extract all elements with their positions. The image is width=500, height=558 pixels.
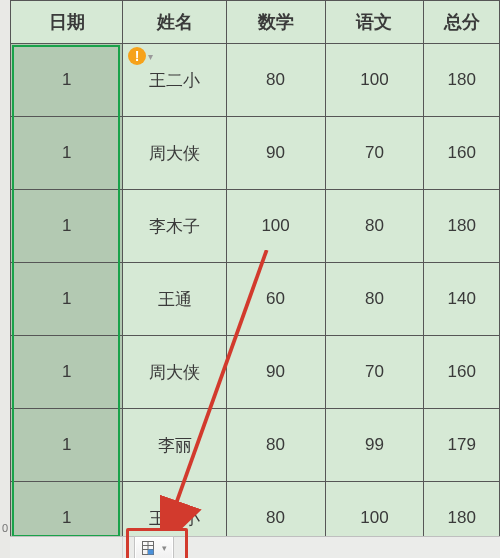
cell-date[interactable]: 1	[11, 409, 123, 482]
table-header-row: 日期 姓名 数学 语文 总分	[11, 1, 500, 44]
spreadsheet-table[interactable]: 日期 姓名 数学 语文 总分 1 王二小 80 100 180 1 周大侠 90…	[10, 0, 500, 555]
cell-name[interactable]: 周大侠	[123, 117, 226, 190]
cell-name[interactable]: 王通	[123, 263, 226, 336]
cell-chinese[interactable]: 80	[325, 190, 424, 263]
cell-chinese[interactable]: 70	[325, 336, 424, 409]
cell-date[interactable]: 1	[11, 190, 123, 263]
cell-math[interactable]: 90	[226, 117, 325, 190]
cell-total[interactable]: 160	[424, 117, 500, 190]
table-row: 1 王通 60 80 140	[11, 263, 500, 336]
cell-total[interactable]: 160	[424, 336, 500, 409]
svg-rect-4	[148, 550, 154, 555]
col-header-date[interactable]: 日期	[11, 1, 123, 44]
cell-name[interactable]: 李木子	[123, 190, 226, 263]
cell-chinese[interactable]: 80	[325, 263, 424, 336]
cell-date[interactable]: 1	[11, 263, 123, 336]
empty-row[interactable]	[10, 536, 500, 558]
cell-total[interactable]: 180	[424, 44, 500, 117]
table-row: 1 李丽 80 99 179	[11, 409, 500, 482]
cell-math[interactable]: 80	[226, 409, 325, 482]
cell-chinese[interactable]: 100	[325, 44, 424, 117]
chevron-down-icon: ▾	[162, 543, 167, 553]
cell-date[interactable]: 1	[11, 44, 123, 117]
table-row: 1 周大侠 90 70 160	[11, 117, 500, 190]
cell-math[interactable]: 80	[226, 44, 325, 117]
cell-math[interactable]: 60	[226, 263, 325, 336]
cell-chinese[interactable]: 70	[325, 117, 424, 190]
chevron-down-icon: ▾	[148, 51, 158, 61]
cell-math[interactable]: 90	[226, 336, 325, 409]
table-row: 1 周大侠 90 70 160	[11, 336, 500, 409]
col-header-total[interactable]: 总分	[424, 1, 500, 44]
cell-total[interactable]: 180	[424, 190, 500, 263]
autofill-icon	[142, 541, 160, 555]
smart-tag-button[interactable]: ! ▾	[128, 47, 158, 65]
autofill-options-button[interactable]: ▾	[134, 536, 174, 558]
warning-icon: !	[128, 47, 146, 65]
cell-math[interactable]: 100	[226, 190, 325, 263]
cell-total[interactable]: 140	[424, 263, 500, 336]
cell-chinese[interactable]: 99	[325, 409, 424, 482]
cell-date[interactable]: 1	[11, 117, 123, 190]
col-header-name[interactable]: 姓名	[123, 1, 226, 44]
row-marker: 0	[0, 522, 8, 534]
table-row: 1 王二小 80 100 180	[11, 44, 500, 117]
col-header-math[interactable]: 数学	[226, 1, 325, 44]
cell-date[interactable]: 1	[11, 336, 123, 409]
cell-total[interactable]: 179	[424, 409, 500, 482]
table-row: 1 李木子 100 80 180	[11, 190, 500, 263]
col-header-chinese[interactable]: 语文	[325, 1, 424, 44]
cell-name[interactable]: 周大侠	[123, 336, 226, 409]
cell-name[interactable]: 李丽	[123, 409, 226, 482]
